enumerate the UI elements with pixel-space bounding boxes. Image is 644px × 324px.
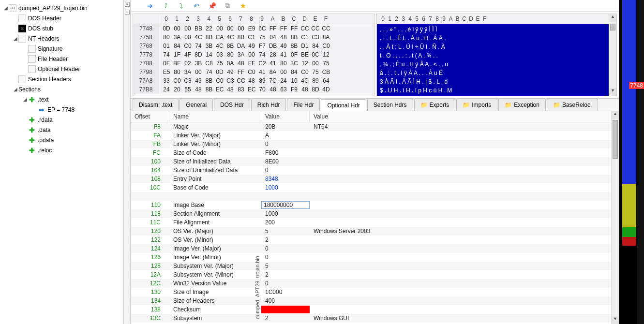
tree-section-reloc[interactable]: ✚ .reloc: [0, 145, 123, 155]
tree-label: DOS stub: [28, 25, 53, 32]
hex-row[interactable]: 77480D0000BB22000000E96CFFFFFFCCCCCC: [133, 24, 374, 33]
tab-exception[interactable]: 📁Exception: [498, 99, 546, 111]
map-segment[interactable]: [622, 87, 636, 184]
map-segment[interactable]: [622, 227, 636, 237]
map-segment[interactable]: [622, 246, 636, 323]
table-row[interactable]: 11CFile Alignment200: [131, 218, 619, 227]
col-value-meaning[interactable]: Value: [310, 111, 619, 122]
goto-icon[interactable]: ⤴: [162, 2, 169, 10]
table-row[interactable]: 134Size of Headers400: [131, 296, 619, 305]
tree-section-headers[interactable]: Section Headers: [0, 74, 123, 84]
table-row[interactable]: 100Size of Initialized Data8E00: [131, 157, 619, 166]
hex-row[interactable]: 77880FBE023BC8750A48FFC241803C120075: [133, 59, 374, 68]
table-row[interactable]: 126Image Ver. (Minor)0: [131, 253, 619, 262]
hex-row[interactable]: 77B8242055488BEC4883EC704863F9488D4D: [133, 85, 374, 94]
col-name[interactable]: Name: [169, 111, 261, 122]
tab-optional-hdr[interactable]: Optional Hdr: [321, 99, 366, 111]
cell-value-meaning: [310, 309, 619, 310]
hex-row[interactable]: 7758803A004C8BCA4C8BC17504488BC1C38A: [133, 33, 374, 42]
tab-imports[interactable]: 📁Imports: [456, 99, 497, 111]
scroll-down-icon[interactable]: ▼: [609, 88, 616, 96]
file-map-strip[interactable]: 7748: [619, 0, 644, 324]
tree-sections[interactable]: ◢ Sections: [0, 84, 123, 94]
entry-point-marker[interactable]: 7748: [629, 82, 644, 89]
tree-root[interactable]: ◢ 00 dumped_APT29_trojan.bin: [0, 3, 123, 13]
table-row[interactable]: 12ASubsystem Ver. (Minor)2: [131, 270, 619, 279]
hex-bytes-panel[interactable]: 0123456789ABCDEF 77480D0000BB22000000E96…: [133, 14, 374, 96]
table-row[interactable]: 130Size of Image1C000: [131, 288, 619, 296]
table-scrollbar[interactable]: ▲ ▼: [611, 111, 619, 324]
cell-value[interactable]: 180000000: [261, 201, 310, 209]
tree-dos-header[interactable]: DOS Header: [0, 13, 123, 23]
scroll-down-icon[interactable]: ▼: [612, 316, 619, 324]
tab-exports[interactable]: 📁Exports: [414, 99, 456, 111]
forward-icon[interactable]: ➔: [146, 2, 154, 10]
table-row[interactable]: 13CSubsystem2Windows GUI: [131, 314, 619, 323]
scroll-thumb[interactable]: [610, 24, 615, 30]
tab-file-hdr[interactable]: File Hdr: [287, 99, 320, 111]
tab-general[interactable]: General: [180, 99, 213, 111]
star-icon[interactable]: ★: [239, 2, 247, 10]
tab-dos-hdr[interactable]: DOS Hdr: [214, 99, 250, 111]
tab-section-hdrs[interactable]: Section Hdrs: [367, 99, 413, 111]
tree-nt-headers[interactable]: ◢ NT Headers: [0, 33, 123, 44]
col-offset[interactable]: Offset: [131, 111, 169, 122]
panel-handle[interactable]: × ▫: [124, 0, 131, 324]
tab-disasm[interactable]: Disasm: .text: [133, 99, 179, 111]
goto-down-icon[interactable]: ⤵: [177, 2, 185, 10]
tree-signature[interactable]: Signature: [0, 44, 123, 54]
copy-icon[interactable]: ⧉: [224, 2, 231, 10]
tree-optional-header[interactable]: Optional Header: [0, 64, 123, 74]
col-value[interactable]: Value: [261, 111, 310, 122]
hex-row[interactable]: 7798E5803A00740D49FFC0418A0084C075CB: [133, 68, 374, 76]
close-panel-icon[interactable]: ×: [125, 2, 130, 7]
tree-section-text[interactable]: ◢✚ .text: [0, 94, 123, 104]
pin-panel-icon[interactable]: ▫: [125, 10, 130, 15]
scroll-up-icon[interactable]: ▲: [609, 14, 616, 22]
undo-icon[interactable]: ↶: [193, 2, 200, 10]
cell-offset: 100: [131, 158, 169, 165]
table-row[interactable]: F8Magic20BNT64: [131, 122, 619, 131]
table-row[interactable]: 12CWin32 Version Value0: [131, 279, 619, 288]
scroll-up-icon[interactable]: ▲: [612, 111, 619, 119]
tree-entry-point[interactable]: ➡ EP = 7748: [0, 104, 123, 115]
tree-section-rdata[interactable]: ✚ .rdata: [0, 115, 123, 125]
map-segment[interactable]: [622, 0, 636, 87]
cell-offset: 12C: [131, 280, 169, 287]
map-segment[interactable]: [622, 184, 636, 227]
table-row[interactable]: 122OS Ver. (Minor)2: [131, 236, 619, 244]
table-row[interactable]: 128Subsystem Ver. (Major)5: [131, 262, 619, 270]
table-row[interactable]: 124Image Ver. (Major)0: [131, 244, 619, 253]
section-icon: ✚: [28, 116, 36, 124]
tree-file-header[interactable]: File Header: [0, 54, 123, 64]
hex-row[interactable]: 77A833C0C3498BC0C3CC48897C24104C8964: [133, 76, 374, 85]
cell-name: Size of Headers: [169, 297, 261, 305]
pin-icon[interactable]: 📌: [208, 2, 216, 10]
cell-name: Size of Image: [169, 288, 261, 296]
table-row[interactable]: 118Section Alignment1000: [131, 209, 619, 218]
tree-label: Signature: [38, 45, 62, 52]
scroll-thumb[interactable]: [613, 120, 618, 159]
table-row[interactable]: 108Entry Point8348: [131, 175, 619, 183]
tab-rich-hdr[interactable]: Rich Hdr: [251, 99, 286, 111]
table-row[interactable]: 110Image Base180000000: [131, 201, 619, 209]
cell-name: Subsystem Ver. (Major): [169, 262, 261, 270]
table-row[interactable]: 10CBase of Code1000: [131, 183, 619, 192]
ascii-scrollbar[interactable]: ▲ ▼: [609, 14, 616, 96]
tree-section-data[interactable]: ✚ .data: [0, 125, 123, 135]
hex-row[interactable]: 77680184C0743B4C8BDA49F7DB498BD184C0: [133, 42, 374, 50]
tree-label: Optional Header: [38, 66, 80, 73]
header-icon: [18, 75, 26, 83]
tree-dos-stub[interactable]: c: DOS stub: [0, 23, 123, 33]
table-row[interactable]: FALinker Ver. (Major)A: [131, 131, 619, 140]
table-row[interactable]: 138Checksum0: [131, 305, 619, 314]
table-row[interactable]: 104Size of Uninitialized Data0: [131, 166, 619, 175]
ascii-panel[interactable]: 0123456789ABCDEF . . . » " . . . é l ÿ ÿ…: [376, 14, 617, 96]
map-segment[interactable]: [622, 237, 636, 246]
tree-section-pdata[interactable]: ✚ .pdata: [0, 135, 123, 145]
hex-row[interactable]: 7778741F4F8D1403803A007428410FBE0C12: [133, 50, 374, 59]
table-row[interactable]: FCSize of CodeF800: [131, 148, 619, 157]
tab-basereloc[interactable]: 📁BaseReloc.: [547, 99, 598, 111]
table-row[interactable]: 120OS Ver. (Major)5Windows Server 2003: [131, 227, 619, 236]
table-row[interactable]: FBLinker Ver. (Minor)0: [131, 140, 619, 148]
